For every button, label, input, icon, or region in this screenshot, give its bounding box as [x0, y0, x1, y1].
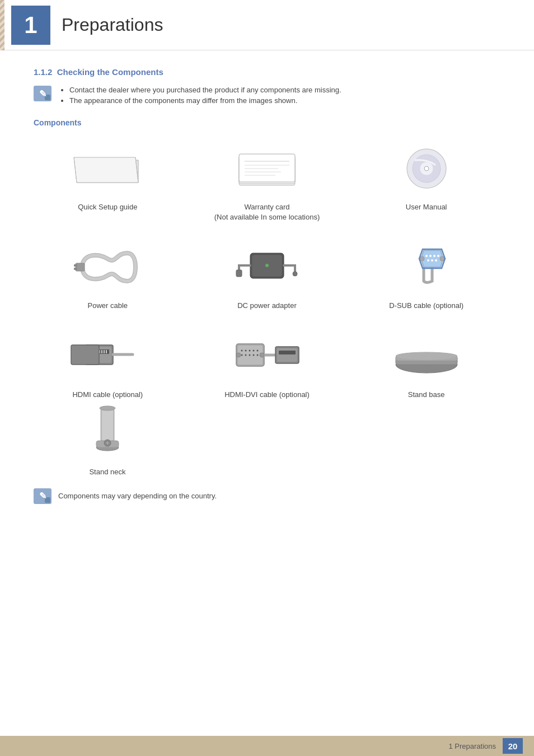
page-header: 1 Preparations [0, 0, 534, 50]
svg-point-56 [252, 354, 254, 356]
component-dsub-cable: D-SUB cable (optional) [352, 239, 500, 311]
component-warranty-card: Warranty card(Not available In some loca… [193, 141, 341, 222]
svg-point-59 [260, 353, 264, 357]
page-content: 1.1.2 Checking the Components ✎ Contact … [0, 50, 534, 538]
svg-point-27 [433, 255, 435, 257]
footer-page-number: 20 [503, 738, 523, 754]
component-quick-setup-guide: Quick Setup guide [34, 141, 182, 222]
note-bullet-1: Contact the dealer where you purchased t… [69, 86, 341, 94]
user-manual-label: User Manual [406, 202, 447, 212]
note-icon: ✎ [34, 86, 51, 101]
header-accent-stripe [0, 0, 4, 50]
stand-neck-image [68, 405, 147, 461]
note-text: Contact the dealer where you purchased t… [58, 86, 341, 107]
dsub-cable-image [387, 239, 466, 295]
svg-point-69 [100, 406, 115, 410]
svg-rect-43 [104, 350, 105, 353]
svg-rect-68 [102, 409, 113, 441]
svg-rect-19 [74, 268, 77, 270]
note-bullet-2: The appearance of the components may dif… [69, 96, 341, 105]
svg-point-54 [245, 354, 246, 356]
user-manual-image [387, 141, 466, 197]
power-cable-image [68, 239, 147, 295]
svg-rect-61 [277, 348, 297, 362]
dc-power-adapter-image [228, 239, 306, 295]
svg-point-30 [431, 259, 433, 262]
svg-rect-22 [236, 270, 242, 277]
warranty-card-label: Warranty card(Not available In some loca… [214, 202, 320, 222]
component-power-cable: Power cable [34, 239, 182, 311]
svg-point-16 [424, 166, 429, 171]
components-grid: Quick Setup guide Warranty card(Not [34, 141, 500, 400]
svg-point-50 [249, 349, 250, 351]
bottom-note-text: Components may vary depending on the cou… [58, 491, 217, 501]
svg-point-51 [252, 349, 254, 351]
svg-rect-45 [71, 345, 99, 365]
svg-rect-44 [106, 350, 107, 353]
svg-point-29 [427, 259, 429, 262]
bottom-note-block: ✎ Components may vary depending on the c… [34, 488, 500, 504]
component-hdmi-dvi-cable: HDMI-DVI cable (optional) [193, 328, 341, 400]
stand-neck-row: Stand neck [34, 405, 500, 477]
svg-point-55 [249, 354, 250, 356]
svg-point-48 [241, 349, 242, 351]
warranty-card-image [228, 141, 306, 197]
svg-point-57 [256, 354, 258, 356]
section-title: Checking the Components [57, 67, 163, 77]
hdmi-dvi-cable-image [228, 328, 306, 384]
hdmi-cable-image [68, 328, 147, 384]
svg-point-26 [429, 255, 432, 257]
bottom-note-icon-symbol: ✎ [39, 491, 46, 501]
svg-point-49 [245, 349, 246, 351]
note-icon-symbol: ✎ [39, 88, 46, 99]
chapter-number-box: 1 [11, 6, 50, 45]
component-dc-power-adapter: DC power adapter [193, 239, 341, 311]
svg-rect-7 [239, 154, 295, 182]
stand-neck-label: Stand neck [89, 467, 125, 477]
svg-point-58 [236, 353, 241, 357]
svg-point-53 [241, 354, 242, 356]
svg-point-66 [396, 352, 457, 360]
hdmi-cable-label: HDMI cable (optional) [72, 390, 143, 400]
hdmi-dvi-cable-label: HDMI-DVI cable (optional) [224, 390, 310, 400]
section-number: 1.1.2 [34, 67, 52, 77]
note-block: ✎ Contact the dealer where you purchased… [34, 86, 500, 107]
dsub-cable-label: D-SUB cable (optional) [389, 301, 463, 311]
svg-point-28 [437, 255, 439, 257]
quick-setup-guide-label: Quick Setup guide [78, 202, 137, 212]
chapter-number: 1 [24, 12, 37, 39]
stand-base-label: Stand base [408, 390, 445, 400]
power-cable-label: Power cable [88, 301, 128, 311]
component-stand-neck: Stand neck [34, 405, 181, 477]
svg-point-24 [265, 264, 269, 267]
stand-base-image [387, 328, 466, 384]
section-heading: 1.1.2 Checking the Components [34, 67, 500, 77]
svg-rect-42 [101, 350, 102, 353]
page-footer: 1 Preparations 20 [0, 736, 534, 756]
quick-setup-guide-image [68, 141, 147, 197]
dc-power-adapter-label: DC power adapter [237, 301, 297, 311]
svg-point-25 [425, 255, 428, 257]
svg-point-52 [256, 349, 258, 351]
component-hdmi-cable: HDMI cable (optional) [34, 328, 182, 400]
components-label: Components [34, 118, 500, 127]
svg-point-31 [435, 259, 437, 262]
svg-rect-62 [279, 351, 296, 354]
bottom-note-icon: ✎ [34, 488, 51, 504]
component-stand-base: Stand base [352, 328, 500, 400]
svg-point-23 [293, 272, 297, 276]
svg-rect-18 [74, 264, 77, 267]
footer-section-label: 1 Preparations [448, 742, 496, 750]
component-user-manual: User Manual [352, 141, 500, 222]
chapter-title: Preparations [62, 15, 163, 35]
svg-marker-1 [74, 157, 138, 183]
